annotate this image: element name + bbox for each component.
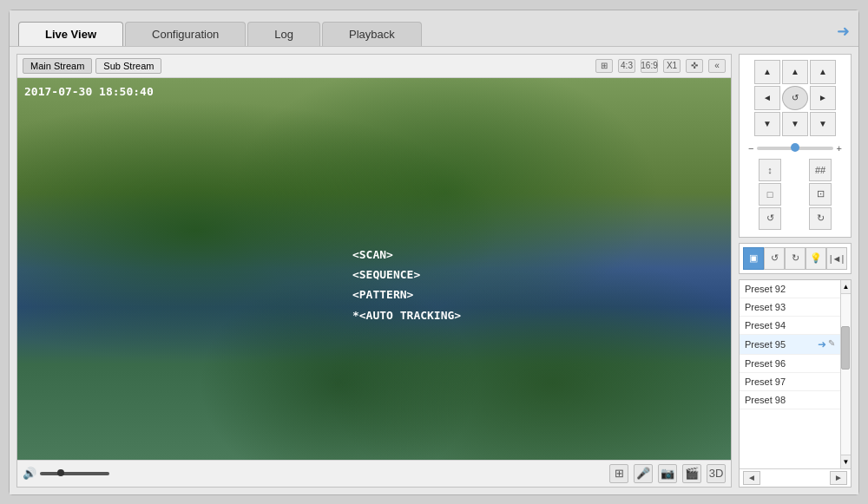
ptz-down-right[interactable]: ▼	[810, 112, 836, 136]
ptz-grid: ▲ ▲ ▲ ◄ ↺ ► ▼ ▼ ▼	[745, 60, 845, 136]
preset-scrollbar: ▲ ▼	[840, 280, 851, 468]
preset-edit-icon[interactable]: ✎	[828, 338, 835, 350]
ptz-icons-row-3: ↺ ↻	[745, 207, 845, 230]
window-icon[interactable]: ⊞	[595, 59, 613, 73]
preset-next-button[interactable]: ►	[830, 471, 847, 485]
preset-list: Preset 92Preset 93Preset 94Preset 95➜✎Pr…	[740, 280, 840, 468]
zoom-slider-row: − +	[745, 141, 845, 155]
scroll-track	[841, 294, 851, 455]
ptz-up-right[interactable]: ▲	[810, 60, 836, 84]
navigation-arrow[interactable]: ➜	[837, 22, 850, 41]
preset-item-94[interactable]: Preset 94	[740, 317, 840, 335]
ptz-control: ▲ ▲ ▲ ◄ ↺ ► ▼ ▼ ▼ −	[739, 54, 852, 238]
ptz-focus-icon[interactable]: ↕	[759, 159, 781, 181]
cam-pattern-icon[interactable]: ↻	[785, 247, 806, 270]
ptz-icons-row-1: ↕ ##	[745, 159, 845, 181]
ptz-zoom-in-icon[interactable]: □	[759, 183, 781, 206]
tab-bar: Live View Configuration Log Playback ➜	[10, 10, 858, 47]
cam-icon-row: ▣ ↺ ↻ 💡 |◄|	[743, 247, 847, 270]
ptz-down[interactable]: ▼	[782, 112, 808, 136]
ptz-iris-icon[interactable]: ##	[809, 159, 832, 181]
scroll-up-button[interactable]: ▲	[841, 280, 851, 294]
cam-preset-icon[interactable]: ▣	[743, 247, 764, 270]
volume-control: 🔊	[23, 467, 109, 480]
camera-controls: ▣ ↺ ↻ 💡 |◄|	[739, 243, 852, 274]
tab-configuration[interactable]: Configuration	[125, 22, 246, 46]
threed-button[interactable]: 3D	[707, 464, 726, 483]
tab-playback[interactable]: Playback	[322, 22, 422, 46]
video-overlay: <SCAN> <SEQUENCE> <PATTERN> *<AUTO TRACK…	[352, 244, 461, 325]
microphone-button[interactable]: 🎤	[634, 464, 653, 483]
cam-more-icon[interactable]: |◄|	[826, 247, 847, 270]
ptz-rotate-right-icon[interactable]: ↻	[809, 207, 832, 230]
ptz-left[interactable]: ◄	[754, 86, 780, 110]
ptz-icons-row-2: □ ⊡	[745, 183, 845, 206]
preset-item-92[interactable]: Preset 92	[740, 280, 840, 298]
preset-bottom-nav: ◄ ►	[740, 468, 851, 487]
cam-tour-icon[interactable]: ↺	[764, 247, 785, 270]
more-icon[interactable]: «	[708, 59, 726, 73]
aspect-x1-button[interactable]: X1	[663, 59, 681, 73]
scroll-down-button[interactable]: ▼	[841, 455, 851, 468]
grid-view-button[interactable]: ⊞	[609, 464, 628, 483]
tab-live-view[interactable]: Live View	[18, 22, 123, 46]
preset-with-scroll: Preset 92Preset 93Preset 94Preset 95➜✎Pr…	[740, 280, 851, 468]
ptz-up-left[interactable]: ▲	[754, 60, 780, 84]
ptz-down-left[interactable]: ▼	[754, 112, 780, 136]
video-panel: Main Stream Sub Stream ⊞ 4:3 16:9 X1 ✜ «…	[16, 54, 732, 488]
stream-icons: ⊞ 4:3 16:9 X1 ✜ «	[595, 59, 726, 73]
preset-go-icon[interactable]: ➜	[818, 338, 826, 350]
record-button[interactable]: 🎬	[682, 464, 701, 483]
snapshot-button[interactable]: 📷	[658, 464, 677, 483]
volume-slider[interactable]	[40, 472, 109, 475]
stream-controls: Main Stream Sub Stream ⊞ 4:3 16:9 X1 ✜ «	[17, 55, 731, 78]
scroll-thumb[interactable]	[841, 326, 850, 370]
content-area: Main Stream Sub Stream ⊞ 4:3 16:9 X1 ✜ «…	[10, 47, 858, 494]
cam-light-icon[interactable]: 💡	[806, 247, 826, 270]
ptz-up[interactable]: ▲	[782, 60, 808, 84]
preset-item-97[interactable]: Preset 97	[740, 373, 840, 391]
ptz-right[interactable]: ►	[810, 86, 836, 110]
video-frame: 2017-07-30 18:50:40 <SCAN> <SEQUENCE> <P…	[17, 78, 731, 460]
ptz-icon[interactable]: ✜	[686, 59, 703, 73]
ptz-rotate-left-icon[interactable]: ↺	[759, 207, 781, 230]
preset-prev-button[interactable]: ◄	[743, 471, 760, 485]
zoom-slider[interactable]	[757, 147, 832, 150]
video-timestamp: 2017-07-30 18:50:40	[24, 85, 154, 98]
sub-stream-button[interactable]: Sub Stream	[95, 58, 161, 74]
ptz-zoom-out-icon[interactable]: ⊡	[809, 183, 832, 206]
zoom-minus[interactable]: −	[748, 143, 753, 154]
tab-log[interactable]: Log	[247, 22, 320, 46]
preset-item-95[interactable]: Preset 95➜✎	[740, 335, 840, 355]
preset-panel: Preset 92Preset 93Preset 94Preset 95➜✎Pr…	[739, 279, 852, 488]
preset-item-98[interactable]: Preset 98	[740, 391, 840, 409]
main-stream-button[interactable]: Main Stream	[23, 58, 92, 74]
aspect-4-3-button[interactable]: 4:3	[618, 59, 635, 73]
preset-item-93[interactable]: Preset 93	[740, 298, 840, 317]
zoom-plus[interactable]: +	[837, 143, 842, 154]
volume-icon: 🔊	[23, 467, 36, 480]
right-panel: ▲ ▲ ▲ ◄ ↺ ► ▼ ▼ ▼ −	[739, 54, 852, 488]
aspect-16-9-button[interactable]: 16:9	[641, 59, 658, 73]
preset-item-96[interactable]: Preset 96	[740, 355, 840, 373]
bottom-icons: ⊞ 🎤 📷 🎬 3D	[609, 464, 726, 483]
bottom-controls: 🔊 ⊞ 🎤 📷 🎬 3D	[17, 460, 731, 487]
ptz-center[interactable]: ↺	[782, 86, 808, 110]
